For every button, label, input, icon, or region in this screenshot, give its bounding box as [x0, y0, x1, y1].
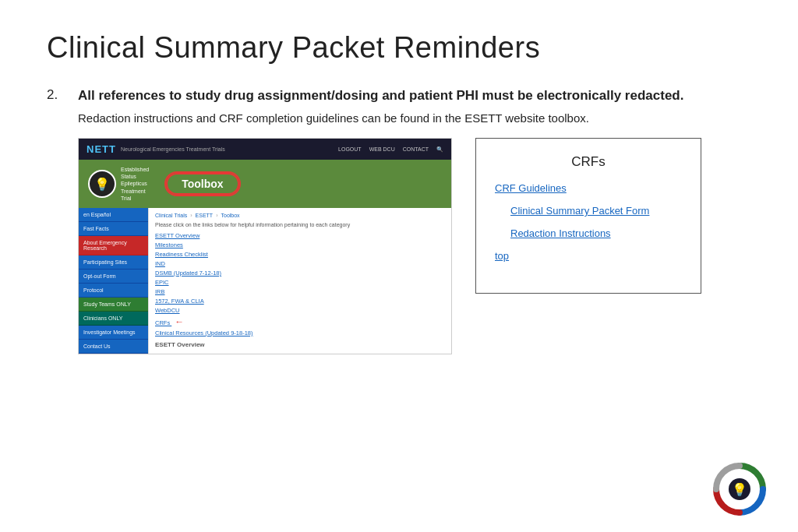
- nett-main-content: Clinical Trials › ESETT › Toolbox Please…: [149, 208, 451, 354]
- link-crfs[interactable]: CRFs ←: [155, 316, 445, 327]
- item-sub-text: Redaction instructions and CRF completio…: [78, 110, 751, 128]
- link-dsmb[interactable]: DSMB (Updated 7-12-18): [155, 270, 445, 277]
- breadcrumb-esett[interactable]: ESETT: [196, 213, 214, 218]
- nett-header: NETT Neurological Emergencies Treatment …: [79, 139, 451, 160]
- nav-contact[interactable]: CONTACT: [403, 146, 429, 153]
- sidebar-optout[interactable]: Opt-out Form: [79, 270, 148, 284]
- sidebar-study-teams[interactable]: Study Teams ONLY: [79, 298, 148, 312]
- toolbox-intro: Please click on the links below for help…: [155, 222, 445, 227]
- item-content: All references to study drug assignment/…: [78, 86, 751, 354]
- arrow-icon: ←: [175, 316, 184, 327]
- sidebar-clinicians[interactable]: Clinicians ONLY: [79, 312, 148, 326]
- screenshots-row: NETT Neurological Emergencies Treatment …: [78, 138, 751, 354]
- nav-search[interactable]: 🔍: [436, 146, 443, 153]
- breadcrumb-row: Clinical Trials › ESETT › Toolbox: [155, 213, 445, 218]
- toolbox-badge[interactable]: Toolbox: [166, 173, 238, 195]
- nett-sidebar: en Español Fast Facts About Emergency Re…: [79, 208, 149, 354]
- nett-banner: 💡 EstablishedStatusEpilepticusTreatmentT…: [79, 160, 451, 207]
- nett-website-screenshot: NETT Neurological Emergencies Treatment …: [78, 138, 452, 354]
- nett-nav: LOGOUT WEB DCU CONTACT 🔍: [338, 146, 443, 153]
- nett-body: en Español Fast Facts About Emergency Re…: [79, 208, 451, 354]
- esett-bulb-icon: 💡: [94, 177, 110, 192]
- clinical-summary-packet-link[interactable]: Clinical Summary Packet Form: [495, 205, 682, 217]
- redaction-instructions-link[interactable]: Redaction Instructions: [495, 227, 682, 239]
- link-readiness[interactable]: Readiness Checklist: [155, 251, 445, 258]
- sidebar-espanol[interactable]: en Español: [79, 208, 148, 222]
- slide-container: Clinical Summary Packet Reminders 2. All…: [0, 0, 798, 532]
- svg-text:💡: 💡: [732, 482, 747, 497]
- sidebar-meetings[interactable]: Investigator Meetings: [79, 326, 148, 340]
- breadcrumb-toolbox[interactable]: Toolbox: [221, 213, 239, 218]
- sidebar-contact[interactable]: Contact Us: [79, 340, 148, 354]
- crfs-title: CRFs: [495, 154, 682, 170]
- item-number: 2.: [47, 86, 69, 354]
- crfs-box: CRFs CRF Guidelines Clinical Summary Pac…: [475, 138, 701, 294]
- link-epic[interactable]: EPIC: [155, 279, 445, 286]
- link-webdcu[interactable]: WebDCU: [155, 307, 445, 314]
- nett-logo-subtitle: Neurological Emergencies Treatment Trial…: [121, 146, 225, 152]
- esett-logo: 💡 EstablishedStatusEpilepticusTreatmentT…: [88, 166, 149, 201]
- nav-logout[interactable]: LOGOUT: [338, 146, 362, 153]
- slide-title: Clinical Summary Packet Reminders: [47, 31, 751, 65]
- item-main-text: All references to study drug assignment/…: [78, 86, 751, 105]
- sidebar-protocol[interactable]: Protocol: [79, 284, 148, 298]
- link-esett-overview[interactable]: ESETT Overview: [155, 232, 445, 239]
- toolbox-links: ESETT Overview Milestones Readiness Chec…: [155, 232, 445, 336]
- numbered-item-2: 2. All references to study drug assignme…: [47, 86, 751, 354]
- link-ind[interactable]: IND: [155, 260, 445, 267]
- link-1572[interactable]: 1572, FWA & CLIA: [155, 298, 445, 305]
- sidebar-sites[interactable]: Participating Sites: [79, 255, 148, 270]
- link-clinical-resources[interactable]: Clinical Resources (Updated 9-18-18): [155, 329, 445, 336]
- sidebar-emergency[interactable]: About Emergency Research: [79, 236, 148, 255]
- esett-circle-icon: 💡: [88, 170, 116, 198]
- sidebar-fast-facts[interactable]: Fast Facts: [79, 222, 148, 236]
- crf-guidelines-link[interactable]: CRF Guidelines: [495, 182, 682, 194]
- nav-webdcu[interactable]: WEB DCU: [369, 146, 395, 153]
- link-milestones[interactable]: Milestones: [155, 241, 445, 248]
- esett-overview-heading: ESETT Overview: [155, 341, 445, 348]
- link-irb[interactable]: IRB: [155, 288, 445, 295]
- top-link[interactable]: top: [495, 250, 682, 262]
- breadcrumb-clinical[interactable]: Clinical Trials: [155, 213, 187, 218]
- nett-logo-text: NETT: [87, 143, 116, 155]
- esett-text: EstablishedStatusEpilepticusTreatmentTri…: [121, 166, 149, 201]
- nett-bottom-logo: 💡: [712, 462, 767, 516]
- content-area: 2. All references to study drug assignme…: [47, 86, 751, 359]
- nett-logo: NETT Neurological Emergencies Treatment …: [87, 143, 225, 155]
